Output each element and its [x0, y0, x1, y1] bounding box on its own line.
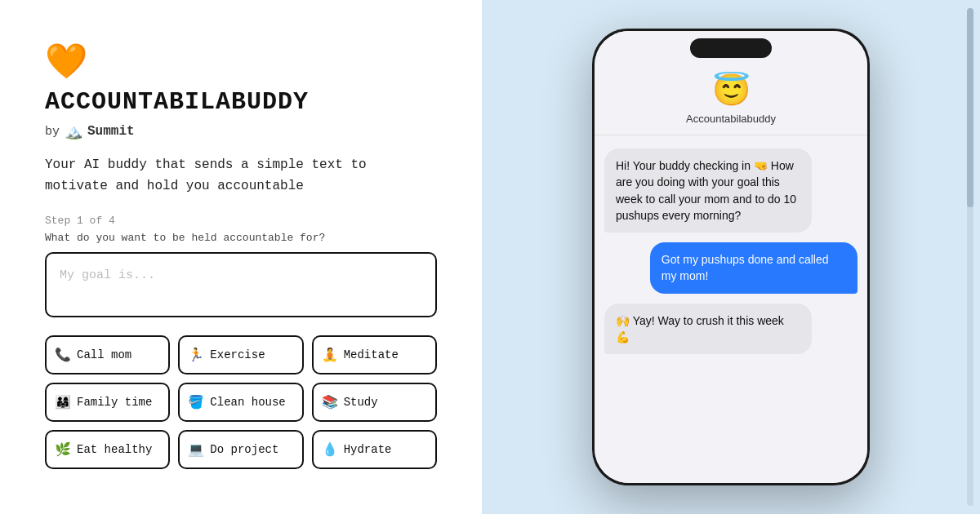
suggestion-label: Do project [210, 443, 278, 456]
phone-inner: 😇 Accountabilabuddy Hi! Your buddy check… [595, 31, 867, 483]
message-sent-1: Got my pushups done and called my mom! [650, 242, 858, 294]
suggestions-grid: 📞 Call mom 🏃 Exercise 🧘 Meditate 👨‍👩‍👧 F… [45, 335, 437, 469]
clean-house-icon: 🪣 [188, 394, 204, 410]
suggestion-eat-healthy[interactable]: 🌿 Eat healthy [45, 430, 170, 469]
suggestion-label: Meditate [344, 348, 399, 361]
right-panel: 😇 Accountabilabuddy Hi! Your buddy check… [482, 0, 980, 514]
phone-mockup: 😇 Accountabilabuddy Hi! Your buddy check… [592, 29, 870, 485]
suggestion-label: Exercise [210, 348, 265, 361]
suggestion-do-project[interactable]: 💻 Do project [178, 430, 303, 469]
phone-avatar: 😇 [712, 72, 751, 109]
tagline: Your AI buddy that sends a simple text t… [45, 155, 437, 197]
scrollbar-track[interactable] [967, 8, 973, 506]
phone-contact-name: Accountabilabuddy [686, 113, 776, 125]
suggestion-label: Study [344, 396, 378, 409]
message-received-2: 🙌 Yay! Way to crush it this week 💪 [604, 304, 812, 355]
exercise-icon: 🏃 [188, 347, 204, 363]
summit-icon: 🏔️ [65, 122, 82, 140]
scrollbar-thumb [967, 8, 973, 207]
goal-input[interactable] [45, 252, 437, 317]
family-time-icon: 👨‍👩‍👧 [55, 394, 71, 410]
meditate-icon: 🧘 [322, 347, 338, 363]
hydrate-icon: 💧 [322, 441, 338, 458]
app-title: ACCOUNTABILABUDDY [45, 88, 437, 116]
messages-area: Hi! Your buddy checking in 🤜 How are you… [595, 135, 867, 483]
summit-name: Summit [87, 124, 135, 139]
by-line: by 🏔️ Summit [45, 122, 437, 140]
phone-notch [690, 38, 772, 58]
by-label: by [45, 125, 60, 139]
suggestion-clean-house[interactable]: 🪣 Clean house [178, 383, 303, 422]
suggestion-label: Call mom [77, 348, 131, 361]
call-mom-icon: 📞 [55, 347, 71, 363]
study-icon: 📚 [322, 394, 338, 410]
suggestion-label: Hydrate [344, 443, 392, 456]
do-project-icon: 💻 [188, 441, 204, 458]
suggestion-exercise[interactable]: 🏃 Exercise [178, 335, 303, 374]
suggestion-family-time[interactable]: 👨‍👩‍👧 Family time [45, 383, 170, 422]
suggestion-hydrate[interactable]: 💧 Hydrate [312, 430, 437, 469]
step-label: Step 1 of 4 [45, 215, 437, 227]
question-label: What do you want to be held accountable … [45, 232, 437, 244]
suggestion-meditate[interactable]: 🧘 Meditate [312, 335, 437, 374]
app-logo: 🧡 [45, 41, 437, 83]
message-received-1: Hi! Your buddy checking in 🤜 How are you… [604, 148, 812, 233]
eat-healthy-icon: 🌿 [55, 441, 71, 458]
left-panel: 🧡 ACCOUNTABILABUDDY by 🏔️ Summit Your AI… [0, 0, 482, 514]
suggestion-study[interactable]: 📚 Study [312, 383, 437, 422]
suggestion-label: Clean house [210, 396, 285, 409]
suggestion-label: Family time [77, 396, 152, 409]
suggestion-call-mom[interactable]: 📞 Call mom [45, 335, 170, 374]
suggestion-label: Eat healthy [77, 443, 152, 456]
